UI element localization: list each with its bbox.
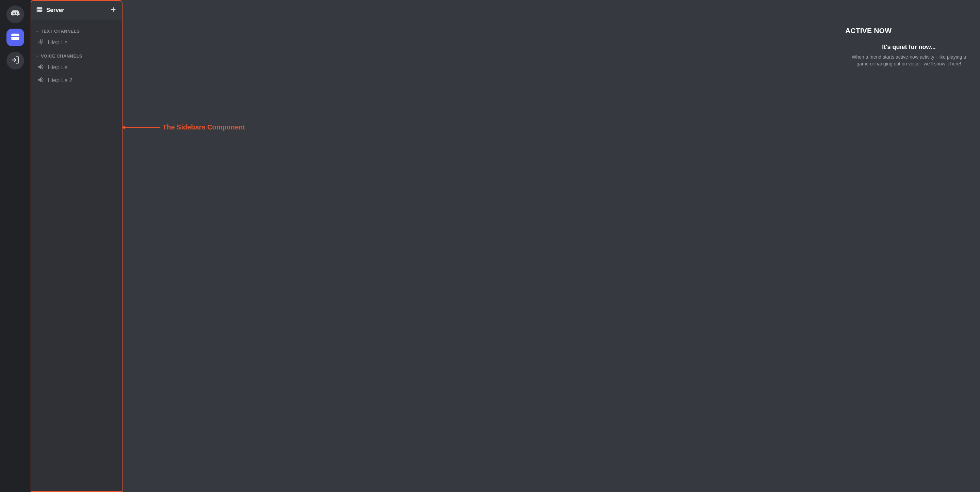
channel-sidebar: Server TEXT CHANNELS Hiep Le VOICE CHANN… [30, 0, 123, 492]
server-rail [0, 0, 30, 492]
category-voice-channels[interactable]: VOICE CHANNELS [33, 51, 121, 61]
server-drive-icon [11, 32, 20, 43]
voice-channel-item[interactable]: Hiep Le [34, 61, 119, 73]
active-now-quiet-title: It's quiet for now... [845, 44, 972, 51]
text-channel-item[interactable]: Hiep Le [34, 37, 119, 49]
chevron-down-icon [35, 54, 40, 59]
logout-button[interactable] [6, 52, 24, 70]
add-channel-button[interactable] [110, 6, 117, 14]
channel-name: Hiep Le [48, 64, 68, 71]
annotation-label: The Sidebars Component [163, 123, 245, 131]
center-pane: The Sidebars Component [123, 19, 838, 492]
home-button[interactable] [6, 5, 24, 23]
category-label: TEXT CHANNELS [41, 29, 80, 34]
server-name: Server [46, 7, 64, 14]
server-button[interactable] [6, 29, 24, 46]
active-now-panel: ACTIVE NOW It's quiet for now... When a … [838, 19, 980, 492]
channel-name: Hiep Le [48, 39, 68, 46]
voice-channel-item[interactable]: Hiep Le 2 [34, 74, 119, 86]
logout-icon [11, 55, 20, 66]
hash-icon [37, 38, 44, 47]
top-bar [123, 0, 980, 19]
active-now-quiet-desc: When a friend starts active-now activity… [845, 53, 972, 67]
channel-name: Hiep Le 2 [48, 77, 73, 84]
arrow-line-icon [123, 127, 160, 128]
main-area: The Sidebars Component ACTIVE NOW It's q… [123, 0, 980, 492]
chevron-down-icon [35, 29, 40, 34]
annotation-arrow: The Sidebars Component [123, 123, 245, 131]
category-text-channels[interactable]: TEXT CHANNELS [33, 27, 121, 36]
category-label: VOICE CHANNELS [41, 53, 82, 59]
active-now-title: ACTIVE NOW [845, 27, 972, 35]
discord-logo-icon [11, 9, 20, 20]
speaker-icon [37, 76, 44, 85]
channel-list: TEXT CHANNELS Hiep Le VOICE CHANNELS Hie… [31, 20, 122, 91]
server-drive-small-icon [36, 6, 43, 14]
speaker-icon [37, 63, 44, 72]
server-header[interactable]: Server [31, 1, 122, 20]
